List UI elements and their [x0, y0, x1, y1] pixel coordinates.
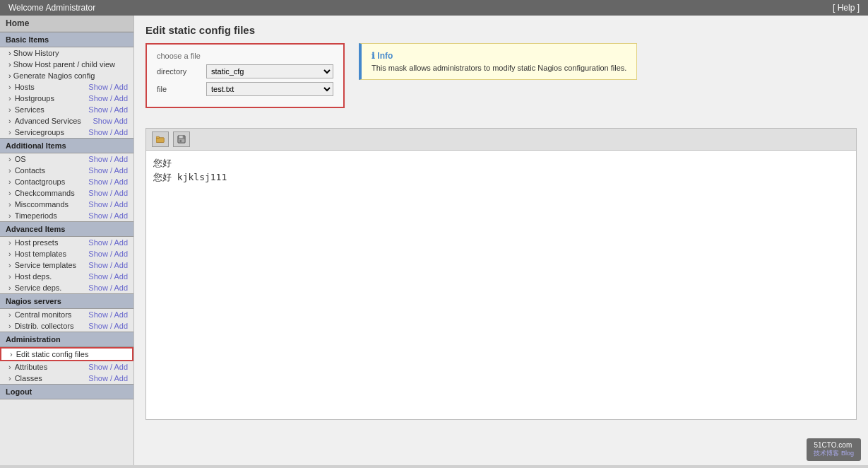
sidebar-section-logout: Logout: [0, 384, 133, 399]
arrow-icon: ›: [8, 117, 11, 125]
arrow-icon: ›: [8, 272, 11, 281]
arrow-icon: ›: [8, 238, 11, 247]
svg-rect-3: [179, 136, 183, 138]
arrow-icon: ›: [8, 166, 11, 175]
editor-area: 您好 您好 kjklsj111: [145, 128, 857, 420]
top-section: choose a file directory static_cfg file …: [145, 43, 857, 118]
sidebar-section-nagios-servers: Nagios servers: [0, 293, 133, 309]
folder-icon: [156, 134, 165, 144]
page-title: Edit static config files: [145, 24, 857, 36]
arrow-icon: ›: [8, 261, 11, 269]
editor-line-2: 您好 kjklsj111: [153, 170, 849, 185]
arrow-icon: ›: [8, 283, 11, 292]
arrow-icon: ›: [8, 83, 11, 91]
sidebar-item-os[interactable]: › OS Show / Add: [0, 153, 133, 165]
svg-rect-5: [179, 140, 182, 142]
arrow-icon: ›: [8, 155, 11, 163]
sidebar-item-timeperiods[interactable]: › Timeperiods Show / Add: [0, 210, 133, 221]
save-button[interactable]: [173, 131, 190, 147]
arrow-icon: ›: [8, 310, 11, 319]
sidebar-item-host-deps[interactable]: › Host deps. Show / Add: [0, 271, 133, 282]
layout: Home Basic Items › Show History › Show H…: [0, 16, 868, 465]
sidebar-item-service-deps[interactable]: › Service deps. Show / Add: [0, 282, 133, 293]
sidebar-home[interactable]: Home: [0, 16, 133, 32]
file-row: file test.txt: [157, 82, 333, 96]
sidebar-item-services[interactable]: › Services Show / Add: [0, 104, 133, 115]
arrow-icon: ›: [8, 250, 11, 258]
sidebar-item-show-history[interactable]: › Show History: [0, 47, 133, 59]
info-icon: ℹ: [371, 51, 375, 61]
topbar: Welcome Administrator [ Help ]: [0, 0, 868, 16]
directory-label: directory: [157, 67, 206, 76]
sidebar-item-hostgroups[interactable]: › Hostgroups Show / Add: [0, 93, 133, 104]
save-icon: [177, 134, 186, 144]
main-content-area: Edit static config files choose a file d…: [134, 16, 868, 465]
arrow-icon: ›: [8, 211, 11, 220]
sidebar-item-checkcommands[interactable]: › Checkcommands Show / Add: [0, 187, 133, 199]
sidebar-item-show-host-parent-child[interactable]: › Show Host parent / child view: [0, 59, 133, 70]
arrow-icon: ›: [10, 350, 13, 358]
sidebar-item-distrib-collectors[interactable]: › Distrib. collectors Show / Add: [0, 320, 133, 332]
arrow-icon: ›: [8, 363, 11, 371]
watermark: 51CTO.com技术博客 Blog: [807, 438, 861, 461]
sidebar-item-hosts[interactable]: › Hosts Show / Add: [0, 81, 133, 93]
arrow-icon: ›: [8, 94, 11, 103]
sidebar-section-basic-items: Basic Items: [0, 32, 133, 47]
sidebar-item-contactgroups[interactable]: › Contactgroups Show / Add: [0, 176, 133, 187]
help-link[interactable]: [ Help ]: [833, 3, 860, 13]
welcome-text: Welcome Administrator: [8, 3, 95, 13]
editor-toolbar: [146, 129, 856, 151]
sidebar-item-central-monitors[interactable]: › Central monitors Show / Add: [0, 309, 133, 320]
arrow-icon: ›: [8, 177, 11, 186]
choose-file-legend: choose a file: [157, 52, 333, 60]
arrow-icon: ›: [8, 200, 11, 209]
arrow-icon: ›: [8, 128, 11, 136]
sidebar-item-generate-nagios[interactable]: › Generate Nagios config: [0, 70, 133, 81]
svg-rect-1: [156, 136, 160, 138]
arrow-icon: ›: [8, 189, 11, 197]
file-label: file: [157, 85, 206, 93]
sidebar-item-misccommands[interactable]: › Misccommands Show / Add: [0, 199, 133, 210]
file-select[interactable]: test.txt: [206, 82, 333, 96]
sidebar-item-service-templates[interactable]: › Service templates Show / Add: [0, 259, 133, 271]
sidebar-section-administration: Administration: [0, 332, 133, 347]
info-title: ℹ ℹ Info Info: [371, 51, 626, 61]
sidebar-section-additional-items: Additional Items: [0, 138, 133, 153]
sidebar-section-advanced-items: Advanced Items: [0, 221, 133, 237]
sidebar-item-edit-static-config[interactable]: › Edit static config files: [0, 347, 133, 361]
editor-line-1: 您好: [153, 156, 849, 170]
arrow-icon: ›: [8, 374, 11, 382]
arrow-icon: ›: [8, 322, 11, 330]
sidebar-item-contacts[interactable]: › Contacts Show / Add: [0, 165, 133, 176]
sidebar-item-advanced-services[interactable]: › Advanced Services Show Add: [0, 115, 133, 127]
sidebar: Home Basic Items › Show History › Show H…: [0, 16, 134, 465]
sidebar-item-host-presets[interactable]: › Host presets Show / Add: [0, 237, 133, 248]
directory-select[interactable]: static_cfg: [206, 64, 333, 78]
arrow-icon: ›: [8, 105, 11, 114]
sidebar-item-servicegroups[interactable]: › Servicegroups Show / Add: [0, 127, 133, 138]
directory-row: directory static_cfg: [157, 64, 333, 78]
info-box: ℹ ℹ Info Info This mask allows administr…: [359, 43, 637, 80]
sidebar-item-classes[interactable]: › Classes Show / Add: [0, 373, 133, 384]
editor-content[interactable]: 您好 您好 kjklsj111: [146, 151, 856, 419]
sidebar-item-host-templates[interactable]: › Host templates Show / Add: [0, 248, 133, 259]
folder-button[interactable]: [152, 131, 169, 147]
sidebar-item-attributes[interactable]: › Attributes Show / Add: [0, 361, 133, 373]
choose-file-box: choose a file directory static_cfg file …: [145, 43, 345, 108]
info-text: This mask allows administrators to modif…: [371, 64, 626, 72]
